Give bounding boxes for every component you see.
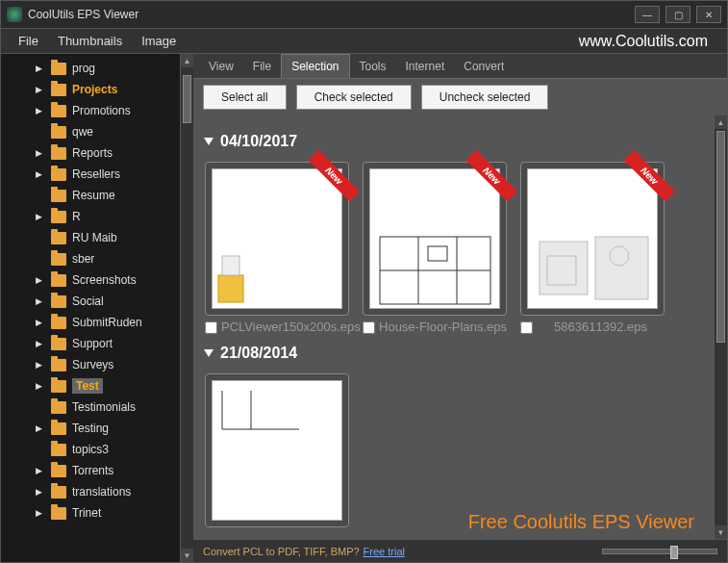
folder-node[interactable]: ▶Trinet	[1, 502, 180, 524]
expand-arrow-icon[interactable]: ▶	[36, 296, 45, 306]
expand-arrow-icon[interactable]: ▶	[36, 381, 45, 391]
expand-arrow-icon[interactable]: ▶	[36, 466, 45, 475]
folder-node[interactable]: ▶Test	[1, 375, 180, 397]
folder-node[interactable]: ▶prog	[1, 58, 180, 79]
folder-node[interactable]: ▶SubmitRuden	[1, 312, 180, 333]
tab-internet[interactable]: Internet	[396, 55, 455, 78]
folder-label: Support	[72, 337, 113, 350]
tab-convert[interactable]: Convert	[454, 55, 514, 78]
expand-arrow-icon[interactable]: ▶	[36, 487, 45, 497]
folder-node[interactable]: ▶Social	[1, 291, 180, 312]
folder-tree[interactable]: ▶prog▶Projects▶Promotionsqwe▶Reports▶Res…	[1, 54, 180, 562]
thumbnail-checkbox[interactable]	[520, 321, 533, 334]
maximize-button[interactable]: ▢	[665, 6, 690, 23]
expand-arrow-icon[interactable]: ▶	[36, 212, 45, 221]
expand-arrow-icon[interactable]: ▶	[36, 275, 45, 285]
thumbnail-item[interactable]: NewPCLViewer150x200s.eps	[205, 162, 349, 335]
date-group-header[interactable]: 04/10/2017	[205, 133, 702, 150]
folder-node[interactable]: ▶Promotions	[1, 100, 180, 121]
expand-arrow-icon[interactable]: ▶	[36, 148, 45, 158]
scroll-down-icon[interactable]: ▼	[715, 525, 727, 539]
folder-node[interactable]: ▶R	[1, 206, 180, 227]
folder-node[interactable]: ▶Support	[1, 333, 180, 354]
thumbnail-item[interactable]	[205, 373, 349, 527]
uncheck-selected-button[interactable]: Uncheck selected	[421, 85, 549, 110]
folder-node[interactable]: Testimonials	[1, 397, 180, 418]
scroll-up-icon[interactable]: ▲	[181, 54, 193, 67]
thumbnail-checkbox[interactable]	[205, 321, 217, 334]
svg-point-9	[610, 246, 629, 266]
folder-label: topics3	[72, 443, 109, 456]
tab-file[interactable]: File	[243, 55, 281, 78]
scrollbar-thumb[interactable]	[183, 75, 191, 123]
thumbnail-checkbox[interactable]	[363, 321, 375, 334]
folder-icon	[51, 190, 66, 202]
thumbnail-item[interactable]: NewHouse-Floor-Plans.eps	[363, 162, 507, 335]
folder-node[interactable]: ▶Torrents	[1, 460, 180, 481]
scroll-up-icon[interactable]: ▲	[715, 115, 727, 129]
zoom-knob[interactable]	[670, 546, 678, 559]
thumbnail-preview	[369, 168, 500, 309]
folder-icon	[51, 486, 66, 499]
expand-arrow-icon[interactable]: ▶	[36, 318, 45, 327]
folder-icon	[51, 232, 66, 244]
folder-icon	[51, 105, 66, 117]
collapse-icon[interactable]	[204, 349, 213, 357]
sidebar-scrollbar[interactable]: ▲ ▼	[180, 54, 193, 562]
folder-label: Resellers	[72, 167, 120, 181]
expand-arrow-icon[interactable]: ▶	[36, 106, 45, 115]
folder-node[interactable]: RU Maib	[1, 227, 180, 248]
thumbnail-frame[interactable]: New	[205, 162, 349, 316]
folder-node[interactable]: sber	[1, 248, 180, 269]
expand-arrow-icon[interactable]: ▶	[36, 169, 45, 179]
gallery-scrollbar[interactable]: ▲ ▼	[714, 115, 727, 539]
menu-thumbnails[interactable]: Thumbnails	[48, 31, 132, 51]
folder-icon	[51, 147, 66, 160]
titlebar: CoolUtils EPS Viewer — ▢ ✕	[0, 0, 728, 29]
thumbnail-frame[interactable]	[205, 373, 349, 527]
tab-tools[interactable]: Tools	[350, 55, 396, 78]
menu-image[interactable]: Image	[132, 31, 186, 51]
scrollbar-thumb[interactable]	[716, 131, 725, 343]
scroll-down-icon[interactable]: ▼	[181, 549, 193, 562]
tab-selection[interactable]: Selection	[281, 54, 349, 78]
select-all-button[interactable]: Select all	[203, 85, 287, 110]
folder-node[interactable]: Resume	[1, 185, 180, 206]
collapse-icon[interactable]	[204, 138, 213, 145]
expand-arrow-icon[interactable]: ▶	[36, 360, 45, 370]
expand-arrow-icon[interactable]: ▶	[36, 423, 45, 433]
folder-node[interactable]: topics3	[1, 439, 180, 460]
thumbnail-item[interactable]: New5863611392.eps	[520, 162, 665, 335]
expand-arrow-icon[interactable]: ▶	[36, 85, 45, 94]
folder-node[interactable]: ▶Resellers	[1, 164, 180, 185]
folder-node[interactable]: qwe	[1, 121, 180, 142]
menu-file[interactable]: File	[9, 31, 48, 51]
folder-node[interactable]: ▶Reports	[1, 142, 180, 164]
folder-node[interactable]: ▶translations	[1, 481, 180, 502]
check-selected-button[interactable]: Check selected	[296, 85, 412, 110]
folder-node[interactable]: ▶Testing	[1, 418, 180, 439]
expand-arrow-icon[interactable]: ▶	[36, 339, 45, 348]
folder-node[interactable]: ▶Screenshots	[1, 269, 180, 291]
folder-icon	[51, 126, 66, 139]
date-group-header[interactable]: 21/08/2014	[205, 345, 702, 362]
svg-rect-0	[218, 275, 243, 302]
folder-label: prog	[72, 62, 95, 75]
thumbnail-frame[interactable]: New	[520, 162, 665, 316]
folder-node[interactable]: ▶Projects	[1, 79, 180, 100]
zoom-slider[interactable]	[602, 549, 717, 554]
minimize-button[interactable]: —	[635, 6, 660, 23]
date-label: 21/08/2014	[220, 345, 297, 362]
folder-icon	[51, 63, 66, 75]
expand-arrow-icon[interactable]: ▶	[36, 508, 45, 518]
folder-label: Trinet	[72, 506, 101, 520]
tab-view[interactable]: View	[199, 55, 243, 78]
brand-url[interactable]: www.Coolutils.com	[579, 33, 719, 50]
expand-arrow-icon[interactable]: ▶	[36, 64, 45, 73]
close-button[interactable]: ✕	[696, 6, 721, 23]
thumbnail-frame[interactable]: New	[363, 162, 507, 316]
folder-node[interactable]: ▶Surveys	[1, 354, 180, 375]
svg-rect-6	[428, 246, 447, 261]
thumbnail-preview	[527, 168, 658, 309]
free-trial-link[interactable]: Free trial	[364, 546, 405, 557]
